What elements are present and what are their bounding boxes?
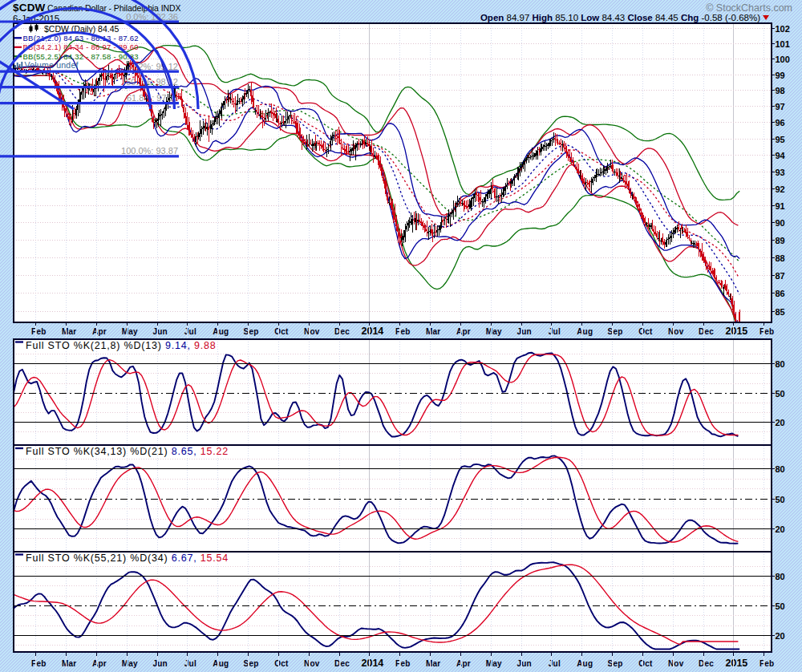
svg-text:Nov: Nov: [304, 659, 320, 668]
svg-text:2014: 2014: [361, 326, 383, 337]
svg-text:Aug: Aug: [213, 659, 229, 668]
svg-text:Nov: Nov: [304, 327, 320, 336]
svg-text:Dec: Dec: [334, 659, 350, 668]
svg-text:50: 50: [776, 495, 785, 504]
svg-text:87: 87: [776, 271, 785, 281]
svg-text:Jul: Jul: [549, 659, 561, 668]
svg-text:Oct: Oct: [274, 659, 289, 668]
svg-text:94: 94: [776, 151, 786, 160]
svg-text:2015: 2015: [725, 658, 747, 669]
svg-text:Feb: Feb: [759, 659, 774, 668]
svg-text:Oct: Oct: [638, 659, 653, 668]
svg-text:Nov: Nov: [668, 659, 684, 668]
svg-text:May: May: [486, 659, 502, 668]
svg-text:$CDW: $CDW: [13, 2, 46, 14]
svg-text:Volume undef: Volume undef: [25, 60, 79, 70]
svg-text:Apr: Apr: [92, 659, 107, 668]
svg-text:Full STO %K(55,21) %D(34) 6.67: Full STO %K(55,21) %D(34) 6.67, 15.54: [26, 553, 229, 564]
svg-text:89: 89: [776, 236, 785, 245]
svg-text:Nov: Nov: [668, 327, 684, 336]
svg-text:92: 92: [776, 184, 785, 194]
svg-text:Sep: Sep: [608, 659, 623, 668]
svg-text:Feb: Feb: [395, 327, 410, 336]
svg-text:Dec: Dec: [699, 327, 714, 336]
svg-text:50: 50: [776, 601, 785, 611]
svg-text:Jul: Jul: [184, 659, 196, 668]
svg-text:Mar: Mar: [62, 659, 76, 668]
svg-text:80: 80: [776, 359, 785, 369]
svg-text:Jun: Jun: [152, 327, 167, 336]
svg-text:98: 98: [776, 86, 785, 95]
svg-text:Apr: Apr: [92, 327, 107, 336]
svg-text:Jun: Jun: [516, 659, 531, 668]
svg-text:Mar: Mar: [426, 659, 440, 668]
svg-text:May: May: [122, 659, 138, 668]
svg-text:Sep: Sep: [608, 327, 623, 336]
svg-text:Jun: Jun: [516, 327, 531, 336]
svg-text:91: 91: [776, 201, 785, 211]
svg-text:Oct: Oct: [638, 327, 653, 336]
svg-text:Full STO %K(34,13) %D(21) 8.65: Full STO %K(34,13) %D(21) 8.65, 15.22: [26, 446, 229, 457]
svg-text:100: 100: [776, 55, 790, 64]
svg-text:20: 20: [776, 524, 785, 534]
svg-text:Full STO %K(21,8) %D(13) 9.14,: Full STO %K(21,8) %D(13) 9.14, 9.88: [26, 340, 217, 351]
svg-text:Open 84.97 High 85.10 Low 84.4: Open 84.97 High 85.10 Low 84.43 Close 84…: [480, 13, 760, 22]
svg-text:80: 80: [776, 464, 785, 474]
svg-text:Jun: Jun: [152, 659, 167, 668]
svg-text:May: May: [486, 327, 502, 336]
svg-text:2014: 2014: [361, 658, 383, 669]
svg-text:Apr: Apr: [456, 327, 471, 336]
svg-text:97: 97: [776, 102, 785, 111]
svg-text:Mar: Mar: [426, 327, 440, 336]
svg-text:Mar: Mar: [62, 327, 76, 336]
svg-text:88: 88: [776, 253, 785, 263]
svg-text:93: 93: [776, 168, 785, 177]
svg-text:Sep: Sep: [244, 327, 259, 336]
svg-text:Aug: Aug: [577, 327, 593, 336]
svg-text:Jul: Jul: [184, 327, 196, 336]
svg-text:Apr: Apr: [456, 659, 471, 668]
svg-text:Jul: Jul: [549, 327, 561, 336]
svg-text:Feb: Feb: [759, 327, 774, 336]
svg-text:85: 85: [776, 307, 785, 317]
svg-text:Feb: Feb: [395, 659, 410, 668]
svg-text:Aug: Aug: [577, 659, 593, 668]
svg-text:20: 20: [776, 631, 785, 641]
svg-text:80: 80: [776, 572, 785, 581]
svg-text:Dec: Dec: [699, 659, 714, 668]
svg-text:61.8%: 97.11: 61.8%: 97.11: [127, 93, 178, 103]
svg-text:Feb: Feb: [31, 659, 46, 668]
svg-text:101: 101: [776, 39, 790, 49]
svg-text:Sep: Sep: [244, 659, 259, 668]
svg-text:90: 90: [776, 218, 785, 228]
svg-text:86: 86: [776, 289, 785, 298]
svg-text:99: 99: [776, 71, 785, 80]
svg-text:Oct: Oct: [274, 327, 289, 336]
svg-text:Feb: Feb: [31, 327, 46, 336]
svg-text:96: 96: [776, 118, 785, 128]
svg-text:20: 20: [776, 418, 785, 427]
svg-text:102: 102: [776, 24, 790, 34]
svg-text:Aug: Aug: [213, 327, 229, 336]
svg-text:May: May: [122, 327, 138, 336]
svg-text:Dec: Dec: [334, 327, 350, 336]
svg-text:50: 50: [776, 389, 785, 399]
svg-text:2015: 2015: [725, 326, 747, 337]
svg-text:95: 95: [776, 135, 785, 144]
svg-text:100.0%: 93.87: 100.0%: 93.87: [121, 146, 178, 156]
